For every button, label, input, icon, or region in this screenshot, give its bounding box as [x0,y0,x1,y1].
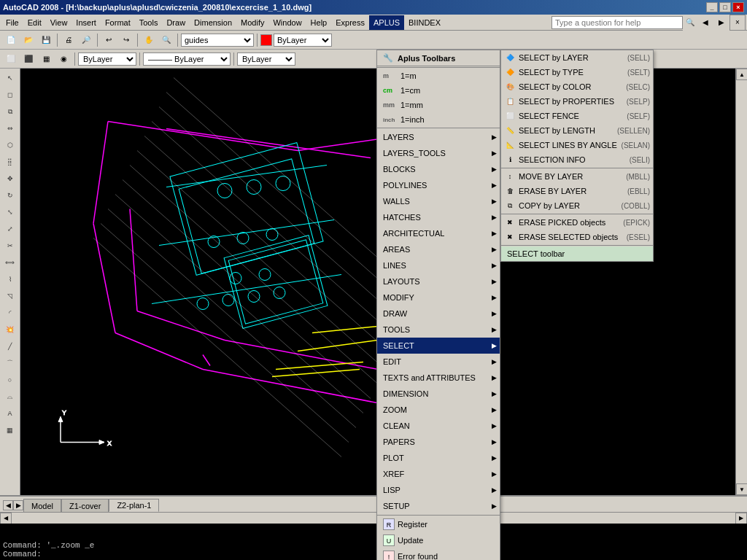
menu-hatches[interactable]: HATCHES▶ [377,209,500,225]
undo-button[interactable]: ↩ [101,32,117,48]
menu-modify[interactable]: Modify [236,15,268,30]
menu-error[interactable]: ! Error found [377,548,500,560]
lt-text[interactable]: A [1,405,19,421]
unit-mm[interactable]: mm 1=mm [377,98,500,112]
lt-line[interactable]: ╱ [1,338,19,354]
lt-scale[interactable]: ⤡ [1,204,19,220]
scroll-track-vertical[interactable] [736,80,747,483]
tb2-btn4[interactable]: ◉ [55,51,71,67]
sub-erase-selected[interactable]: ✖ ERASE SELECTED objects (ESEL) [501,230,653,244]
lt-pick[interactable]: ↖ [1,70,19,86]
tab-z1-cover[interactable]: Z1-cover [61,499,109,512]
sub-select-angle[interactable]: 📐 SELECT LINES BY ANGLE (SELAN) [501,138,653,152]
menu-dimension[interactable]: DIMENSION▶ [377,386,500,402]
lt-offset[interactable]: ⬡ [1,137,19,153]
linetype-combo[interactable]: ByLayer [274,34,332,47]
lt-explode[interactable]: 💥 [1,322,19,338]
menu-polylines[interactable]: POLYLINES▶ [377,177,500,193]
menu-areas[interactable]: AREAS▶ [377,241,500,257]
menu-plot[interactable]: PLOT▶ [377,450,500,466]
lineweight-combo[interactable]: ByLayer [237,52,295,66]
scroll-track-horizontal[interactable] [12,513,735,524]
lt-hatch[interactable]: ▦ [1,422,19,438]
menu-view[interactable]: View [46,15,72,30]
close-button[interactable]: × [732,2,744,12]
unit-inch[interactable]: inch 1=inch [377,112,500,127]
scroll-right-button[interactable]: ▶ [735,513,747,524]
help-close-button[interactable]: × [729,15,746,31]
menu-register[interactable]: R Register [377,516,500,532]
sub-select-layer[interactable]: 🔷 SELECT by LAYER (SELL) [501,50,653,65]
print-button[interactable]: 🖨 [61,32,77,48]
lt-circle[interactable]: ○ [1,372,19,388]
sub-select-type[interactable]: 🔶 SELECT by TYPE (SELT) [501,65,653,79]
menu-layers-tools[interactable]: LAYERS_TOOLS▶ [377,145,500,161]
menu-draw[interactable]: DRAW▶ [377,306,500,322]
menu-format[interactable]: Format [101,15,135,30]
pan-button[interactable]: ✋ [141,32,157,48]
save-button[interactable]: 💾 [38,32,54,48]
menu-layouts[interactable]: LAYOUTS▶ [377,273,500,289]
tab-prev-button[interactable]: ◀ [3,500,13,510]
tb2-btn3[interactable]: ▦ [38,51,54,67]
lt-arc[interactable]: ⌓ [1,389,19,405]
menu-blocks[interactable]: BLOCKS▶ [377,161,500,177]
menu-express[interactable]: Express [331,15,369,30]
help-forward-button[interactable]: ▶ [713,15,729,31]
lt-erase[interactable]: ◻ [1,87,19,103]
color-combo[interactable]: ByLayer [78,52,136,66]
menu-modify[interactable]: MODIFY▶ [377,289,500,306]
lt-mirror[interactable]: ⇔ [1,120,19,136]
menu-lisp[interactable]: LISP▶ [377,482,500,498]
unit-m[interactable]: m 1=m [377,69,500,83]
menu-window[interactable]: Window [268,15,306,30]
lt-polyline[interactable]: ⌒ [1,355,19,371]
sub-selection-info[interactable]: ℹ SELECTION INFO (SELI) [501,152,653,167]
unit-cm[interactable]: cm 1=cm [377,83,500,98]
open-button[interactable]: 📂 [20,32,36,48]
menu-draw[interactable]: Draw [162,15,190,30]
sub-select-length[interactable]: 📏 SELECT by LENGTH (SELLEN) [501,123,653,138]
minimize-button[interactable]: _ [706,2,718,12]
layer-combo[interactable]: guides [181,34,254,47]
lt-rotate[interactable]: ↻ [1,187,19,203]
aplus-toolbars-header[interactable]: 🔧 Aplus Toolbars [377,50,500,66]
scroll-down-button[interactable]: ▼ [736,483,747,495]
lt-fillet[interactable]: ◜ [1,305,19,321]
menu-dimension[interactable]: Dimension [190,15,236,30]
help-search-button[interactable]: 🔍 [683,15,697,31]
sub-copy-layer[interactable]: ⧉ COPY by LAYER (COBLL) [501,198,653,213]
lt-array[interactable]: ⣿ [1,154,19,170]
menu-zoom[interactable]: ZOOM▶ [377,402,500,418]
new-button[interactable]: 📄 [3,32,19,48]
menu-insert[interactable]: Insert [71,15,101,30]
lt-chamfer[interactable]: ◹ [1,288,19,304]
menu-architectual[interactable]: ARCHITECTUAL▶ [377,225,500,241]
tb2-btn1[interactable]: ⬜ [3,51,19,67]
lt-extend[interactable]: ⟺ [1,254,19,271]
print-preview-button[interactable]: 🔎 [78,32,94,48]
tab-model[interactable]: Model [23,499,61,512]
color-box[interactable] [260,34,272,46]
tab-z2-plan-1[interactable]: Z2-plan-1 [109,499,159,512]
menu-file[interactable]: File [1,15,23,30]
menu-help[interactable]: Help [306,15,332,30]
redo-button[interactable]: ↪ [118,32,134,48]
help-back-button[interactable]: ◀ [697,15,713,31]
lt-break[interactable]: ⌇ [1,271,19,287]
lt-trim[interactable]: ✂ [1,238,19,254]
menu-setup[interactable]: SETUP▶ [377,498,500,514]
lt-stretch[interactable]: ⤢ [1,221,19,237]
menu-tools[interactable]: Tools [135,15,163,30]
scroll-left-button[interactable]: ◀ [0,513,12,524]
tb2-btn2[interactable]: ⬛ [20,51,36,67]
menu-layers[interactable]: LAYERS▶ [377,129,500,145]
scroll-up-button[interactable]: ▲ [736,69,747,80]
menu-aplus[interactable]: APLUS [369,15,404,30]
menu-edit[interactable]: Edit [23,15,46,30]
menu-papers[interactable]: PAPERS▶ [377,434,500,450]
sub-select-fence[interactable]: ⬜ SELECT FENCE (SELF) [501,109,653,123]
menu-select[interactable]: SELECT▶ [377,338,500,354]
sub-erase-picked[interactable]: ✖ ERASE PICKED objects (EPICK) [501,215,653,230]
menu-edit[interactable]: EDIT▶ [377,354,500,370]
